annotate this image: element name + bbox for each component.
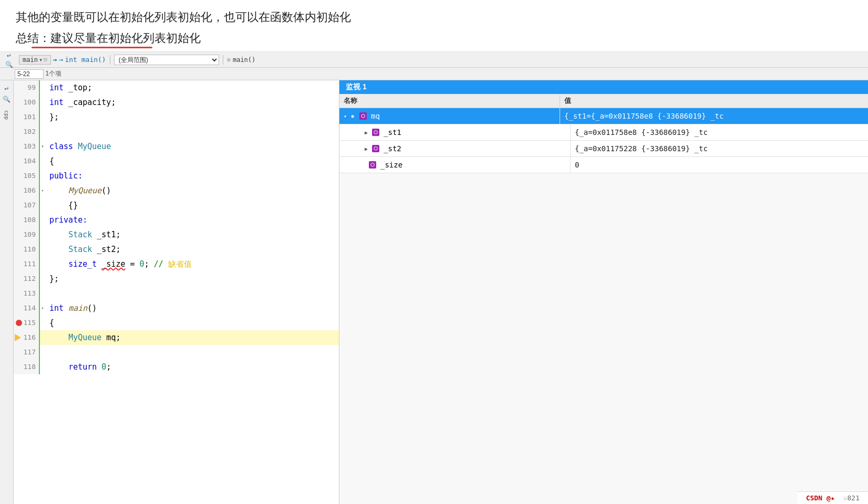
watch-row-mq[interactable]: ▾ ◉ ⬡ mq {_st1={_a=0x011758e8 {-33686019…: [339, 108, 868, 124]
field-icon-st1: ⬡: [372, 129, 379, 136]
line-number: 101: [14, 110, 40, 124]
line-number: 105: [14, 169, 40, 183]
sidebar-search-icon[interactable]: 🔍: [3, 96, 11, 103]
table-row: 99 int _top;: [14, 80, 339, 95]
table-row: 100 int _capacity;: [14, 95, 339, 110]
code-panel: 99 int _top; 100 int _capacity; 101 };: [14, 80, 339, 504]
line-number-arrow: 116: [14, 330, 40, 345]
line-content: private:: [45, 213, 339, 227]
line-content: Stack _st1;: [45, 227, 339, 242]
fold-marker: [40, 227, 45, 242]
code-text: ;: [106, 360, 111, 374]
line-content: size_t _size = 0; // 缺省值: [45, 257, 339, 271]
fold-marker: [40, 124, 45, 139]
line-content: {}: [45, 198, 339, 213]
main-tab-label: main: [23, 56, 38, 64]
table-row: 107 {}: [14, 198, 339, 213]
fold-marker[interactable]: ▾: [40, 301, 45, 316]
breakpoint-dot[interactable]: [16, 320, 22, 326]
class-name: MyQueue: [78, 139, 111, 154]
line-number: 108: [14, 213, 40, 227]
line-number: 109: [14, 227, 40, 242]
line-number: 118: [14, 360, 40, 374]
expand-arrow-mq[interactable]: ▾: [344, 113, 347, 119]
watch-cell-val-mq: {_st1={_a=0x011758e8 {-33686019} _tc: [560, 111, 868, 121]
code-text: ;: [144, 257, 154, 271]
watch-cell-name-st1: ▶ ⬡ _st1: [350, 124, 571, 140]
code-text: _st1;: [92, 227, 120, 242]
table-row: 106 ▾ MyQueue(): [14, 183, 339, 198]
keyword: return: [68, 360, 97, 374]
line-content: };: [45, 271, 339, 286]
watch-row-st2[interactable]: ▶ ⬡ _st2 {_a=0x01175228 {-33686019} _tc: [339, 141, 868, 157]
fold-marker: [40, 286, 45, 301]
watch-col-value: 值: [560, 95, 868, 107]
code-text: };: [49, 271, 59, 286]
watch-columns: 名称 值: [339, 94, 868, 108]
table-row: 105 public:: [14, 169, 339, 183]
code-text: [97, 360, 101, 374]
table-row: 102: [14, 124, 339, 139]
keyword: int: [49, 301, 64, 316]
number: 0: [101, 360, 106, 374]
field-icon-mq: ⬡: [359, 112, 367, 120]
table-row: 117: [14, 345, 339, 360]
watch-cell-name-st2: ▶ ⬡ _st2: [350, 141, 571, 156]
csdn-logo: CSDN @★: [806, 494, 835, 502]
code-text: [49, 330, 68, 345]
fold-marker[interactable]: ▾: [40, 139, 45, 154]
search-icon[interactable]: 🔍: [5, 61, 13, 68]
bottom-bar: CSDN @★ ☆821: [798, 491, 868, 504]
back-icon[interactable]: ↩: [7, 51, 11, 59]
line-number: 104: [14, 154, 40, 169]
code-text: {: [49, 316, 54, 330]
field-icon-st2: ⬡: [372, 145, 379, 152]
line-content: int _capacity;: [45, 95, 339, 110]
code-text: [64, 301, 68, 316]
arrow-icon: →: [59, 56, 64, 64]
fold-marker[interactable]: ▾: [40, 183, 45, 198]
expand-arrow-st1[interactable]: ▶: [365, 130, 368, 135]
expand-arrow-st2[interactable]: ▶: [365, 146, 368, 152]
underline-decoration: [32, 47, 152, 48]
line-content: {: [45, 154, 339, 169]
scope-select[interactable]: (全局范围): [114, 55, 219, 65]
sidebar-back-icon[interactable]: ↩: [5, 85, 9, 92]
watch-row-st1[interactable]: ▶ ⬡ _st1 {_a=0x011758e8 {-33686019} _tc: [339, 124, 868, 141]
func-name: MyQueue: [68, 183, 101, 198]
line-content: [45, 124, 339, 139]
line-number: 117: [14, 345, 40, 360]
fold-marker: [40, 169, 45, 183]
code-text: (): [87, 301, 97, 316]
line-number: 114: [14, 301, 40, 316]
redwave-text: _size: [101, 257, 125, 271]
line-content: };: [45, 110, 339, 124]
keyword: size_t: [68, 257, 97, 271]
watch-col-name: 名称: [339, 95, 560, 107]
watch-row-size[interactable]: ⬡ _size 0: [339, 157, 868, 173]
field-icon-size: ⬡: [369, 161, 376, 169]
code-text: [49, 183, 68, 198]
fold-marker: [40, 330, 45, 345]
var-name-size: _size: [380, 161, 402, 169]
line-number: 111: [14, 257, 40, 271]
var-name-st2: _st2: [384, 144, 401, 153]
keyword: int: [49, 95, 64, 110]
table-row: 115 {: [14, 316, 339, 330]
code-text: _capacity;: [64, 95, 116, 110]
watch-cell-val-st2: {_a=0x01175228 {-33686019} _tc: [571, 143, 868, 154]
line-number: 100: [14, 95, 40, 110]
annotation-line1: 其他的变量既可以在初始化列表初始化，也可以在函数体内初始化: [16, 9, 852, 25]
table-row: 112 };: [14, 271, 339, 286]
main-tab[interactable]: main ▾ ⊟: [19, 55, 51, 65]
toolbar-arrow: →: [53, 56, 57, 64]
class-name: Stack: [68, 242, 92, 257]
line-range-input[interactable]: [15, 69, 44, 79]
fold-marker: [40, 110, 45, 124]
line-number: 112: [14, 271, 40, 286]
annotation-line2: 总结：建议尽量在初始化列表初始化: [16, 30, 201, 46]
var-icon-mq: ◉: [349, 112, 356, 120]
table-row: 116 MyQueue mq;: [14, 330, 339, 345]
line-number: 110: [14, 242, 40, 257]
fold-marker: [40, 80, 45, 95]
